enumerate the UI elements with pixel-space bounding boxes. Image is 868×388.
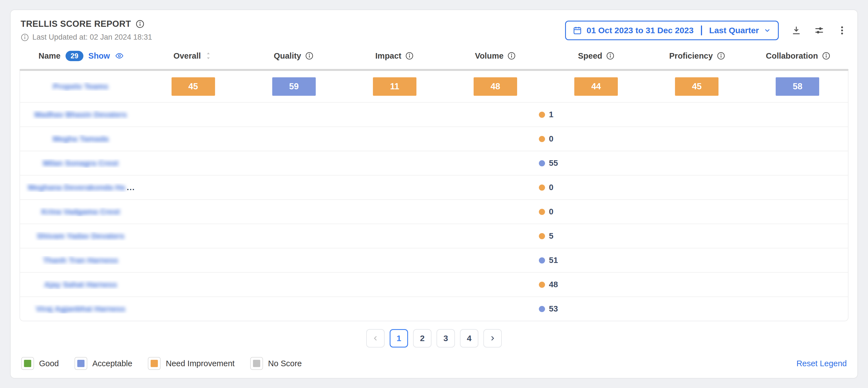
legend-label: No Score	[268, 359, 302, 368]
legend-label: Need Improvement	[166, 359, 235, 368]
legend: GoodAcceptableNeed ImprovementNo Score	[21, 357, 302, 370]
calendar-icon	[572, 26, 582, 35]
trellis-score-report-card: TRELLIS SCORE REPORT Last Updated at: 02…	[10, 9, 858, 379]
sort-icon[interactable]	[205, 52, 212, 60]
info-icon[interactable]	[405, 52, 414, 60]
table-row: Megha Tamada 0NA00000	[20, 126, 848, 151]
score-badge: 48	[474, 77, 517, 96]
member-name-link[interactable]: Propelo Teams	[53, 82, 108, 91]
kebab-menu-icon[interactable]	[837, 25, 847, 36]
legend-item-need_improvement[interactable]: Need Improvement	[148, 357, 235, 370]
table-row: Ajay Sahat Harness 4845056585671	[20, 272, 848, 296]
date-range-button[interactable]: 01 Oct 2023 to 31 Dec 2023 Last Quarter	[565, 21, 779, 40]
legend-swatch	[148, 357, 161, 370]
score-badge: 11	[373, 77, 416, 96]
score-badge: 44	[574, 77, 618, 96]
filter-settings-icon[interactable]	[814, 25, 825, 36]
column-header-impact: Impact	[344, 51, 445, 61]
column-header-quality: Quality	[243, 51, 344, 61]
table-row: Thanh Tran Harness 51451153536769	[20, 248, 848, 272]
member-name-link[interactable]: Krina Vadgama Crest	[41, 207, 120, 216]
legend-item-good[interactable]: Good	[21, 357, 59, 370]
member-name-link[interactable]: Ajay Sahat Harness	[44, 280, 117, 289]
report-header: TRELLIS SCORE REPORT Last Updated at: 02…	[20, 17, 848, 44]
next-page-button[interactable]	[484, 329, 502, 348]
last-updated: Last Updated at: 02 Jan 2024 18:31	[21, 33, 152, 41]
table-header-row: Name 29 Show Overall Quality Impact Volu…	[20, 44, 848, 69]
page-button-2[interactable]: 2	[413, 329, 432, 348]
legend-label: Acceptable	[92, 359, 132, 368]
last-updated-text: Last Updated at: 02 Jan 2024 18:31	[32, 33, 152, 41]
info-icon[interactable]	[822, 52, 830, 60]
info-icon[interactable]	[717, 52, 725, 60]
page-title: TRELLIS SCORE REPORT	[21, 19, 131, 29]
prev-page-button[interactable]	[366, 329, 384, 348]
legend-item-acceptable[interactable]: Acceptable	[74, 357, 132, 370]
table-row: Madhav Bhasin Devaters 1NA08000	[20, 102, 848, 126]
legend-label: Good	[39, 359, 59, 368]
table-row: Shivam Yadav Devaters 5NA032000	[20, 223, 848, 248]
eye-icon[interactable]	[115, 51, 124, 60]
date-preset-text: Last Quarter	[709, 26, 759, 35]
table-row: Meghana Deverakonda Ha ... 0NA00000	[20, 175, 848, 199]
show-button[interactable]: Show	[88, 51, 110, 61]
column-header-collaboration: Collaboration	[747, 51, 848, 61]
divider	[701, 25, 702, 35]
table-row: Viraj Agjanbhai Harness 53451166457966	[20, 296, 848, 321]
table-row: Krina Vadgama Crest 0NA02000	[20, 199, 848, 223]
name-header-label: Name	[38, 51, 61, 61]
name-column-header: Name 29 Show	[20, 51, 142, 61]
score-badge: 58	[776, 77, 819, 96]
member-name-link[interactable]: Shivam Yadav Devaters	[37, 232, 124, 241]
header-divider	[20, 69, 848, 71]
member-name-link[interactable]: Thanh Tran Harness	[43, 256, 118, 265]
date-range-text: 01 Oct 2023 to 31 Dec 2023	[587, 26, 694, 35]
info-icon[interactable]	[507, 52, 516, 60]
download-icon[interactable]	[791, 25, 802, 36]
team-summary-row: Propelo Teams 45591148444558	[20, 71, 848, 102]
table-row: Milan Sonagra Crest 55452362499157	[20, 151, 848, 175]
info-icon[interactable]	[606, 52, 615, 60]
member-name-link[interactable]: Meghana Deverakonda Ha	[28, 183, 125, 192]
title-info-icon[interactable]	[135, 20, 145, 28]
legend-swatch	[250, 357, 263, 370]
page-button-4[interactable]: 4	[460, 329, 478, 348]
chevron-down-icon	[764, 27, 771, 34]
name-count-badge: 29	[66, 51, 84, 61]
info-icon[interactable]	[305, 52, 313, 60]
table-body: Propelo Teams 45591148444558 Madhav Bhas…	[20, 71, 848, 321]
reset-legend-link[interactable]: Reset Legend	[796, 359, 847, 368]
column-header-overall[interactable]: Overall	[142, 51, 243, 61]
column-header-proficiency: Proficiency	[647, 51, 748, 61]
score-badge: 45	[675, 77, 718, 96]
legend-bar: GoodAcceptableNeed ImprovementNo Score R…	[20, 357, 848, 370]
last-updated-info-icon[interactable]	[21, 33, 29, 41]
member-name-link[interactable]: Viraj Agjanbhai Harness	[36, 304, 125, 314]
pagination: 1234	[20, 329, 848, 348]
score-badge: 59	[272, 77, 316, 96]
member-name-link[interactable]: Megha Tamada	[53, 135, 108, 144]
name-ellipsis: ...	[127, 183, 135, 192]
column-header-speed: Speed	[546, 51, 647, 61]
member-name-link[interactable]: Madhav Bhasin Devaters	[34, 110, 127, 119]
score-badge: 45	[172, 77, 215, 96]
page-button-1[interactable]: 1	[390, 329, 408, 348]
legend-swatch	[74, 357, 87, 370]
page-button-3[interactable]: 3	[436, 329, 455, 348]
legend-swatch	[21, 357, 34, 370]
legend-item-no_score[interactable]: No Score	[250, 357, 302, 370]
column-header-volume: Volume	[445, 51, 546, 61]
member-name-link[interactable]: Milan Sonagra Crest	[43, 159, 119, 168]
